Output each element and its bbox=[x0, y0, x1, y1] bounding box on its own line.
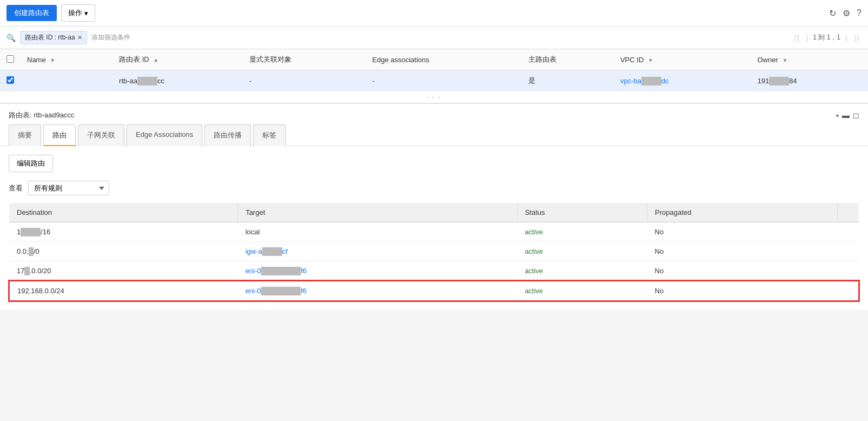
action-arrow-icon: ▾ bbox=[84, 9, 88, 17]
th-explicit-assoc-label: 显式关联对象 bbox=[249, 55, 291, 63]
tab-subnet-assoc[interactable]: 子网关联 bbox=[78, 124, 124, 146]
th-target: Target bbox=[238, 203, 517, 222]
route-extra bbox=[837, 281, 859, 301]
filter-row: 查看 所有规则 活动规则 传播规则 bbox=[9, 181, 859, 195]
row-route-id: rtb-aa████cc bbox=[112, 70, 243, 91]
route-status: active bbox=[517, 261, 647, 281]
routes-table: Destination Target Status Propagated 1██… bbox=[9, 203, 859, 301]
help-icon[interactable]: ? bbox=[857, 8, 862, 18]
route-extra bbox=[837, 242, 859, 261]
refresh-icon[interactable]: ↻ bbox=[829, 8, 836, 18]
target-link[interactable]: igw-a████cf bbox=[246, 247, 288, 255]
detail-header: 路由表: rtb-aad9accc ▪ ▬ ◻ bbox=[0, 104, 868, 120]
vpc-id-link[interactable]: vpc-ba████dc bbox=[620, 77, 669, 85]
action-button[interactable]: 操作 ▾ bbox=[61, 4, 95, 22]
pagination: ⟨⟨ ⟨ 1 到 1，1 ⟩ ⟩⟩ bbox=[792, 32, 862, 43]
route-id-sort-icon[interactable]: ▲ bbox=[153, 57, 158, 63]
th-main: 主路由表 bbox=[522, 49, 614, 70]
panel-icon-2[interactable]: ▬ bbox=[842, 111, 850, 120]
th-vpc-id: VPC ID ▼ bbox=[614, 49, 751, 70]
owner-sort-icon[interactable]: ▼ bbox=[782, 57, 787, 63]
detail-tabs: 摘要 路由 子网关联 Edge Associations 路由传播 标签 bbox=[0, 124, 868, 146]
tab-tags-label: 标签 bbox=[262, 131, 276, 139]
table-body: rtb-aa████cc - - 是 vpc-ba████dc 191████8… bbox=[0, 70, 868, 91]
filter-view-label: 查看 bbox=[9, 183, 23, 193]
routes-header-row: Destination Target Status Propagated bbox=[9, 203, 859, 222]
route-row: 0.0.█/0 igw-a████cf active No bbox=[9, 242, 859, 261]
th-name-label: Name bbox=[27, 56, 46, 64]
route-row-highlighted: 192.168.0.0/24 eni-0████████f6 active No bbox=[9, 281, 859, 301]
route-propagated: No bbox=[647, 281, 837, 301]
row-checkbox[interactable] bbox=[6, 76, 14, 84]
th-main-label: 主路由表 bbox=[528, 55, 556, 63]
tab-summary[interactable]: 摘要 bbox=[9, 124, 41, 146]
route-target: igw-a████cf bbox=[238, 242, 517, 261]
th-edge-assoc: Edge associations bbox=[366, 49, 522, 70]
search-icon: 🔍 bbox=[6, 34, 16, 42]
routes-content: 编辑路由 查看 所有规则 活动规则 传播规则 Destination Targe… bbox=[0, 146, 868, 310]
pagination-first-icon[interactable]: ⟨⟨ bbox=[792, 32, 801, 43]
search-bar: 🔍 路由表 ID : rtb-aa ✕ 添加筛选条件 ⟨⟨ ⟨ 1 到 1，1 … bbox=[0, 27, 868, 49]
route-destination: 192.168.0.0/24 bbox=[9, 281, 238, 301]
panel-icon-3[interactable]: ◻ bbox=[853, 111, 859, 120]
tab-edge-associations[interactable]: Edge Associations bbox=[127, 124, 202, 146]
detail-panel-controls: ▪ ▬ ◻ bbox=[836, 111, 859, 120]
row-edge-assoc: - bbox=[366, 70, 522, 91]
toolbar-right: ↻ ⚙ ? bbox=[829, 8, 862, 18]
route-target: local bbox=[238, 222, 517, 242]
target-link[interactable]: eni-0████████f6 bbox=[246, 267, 307, 275]
tab-propagation[interactable]: 路由传播 bbox=[204, 124, 251, 146]
edit-routes-button[interactable]: 编辑路由 bbox=[9, 155, 53, 172]
target-link[interactable]: eni-0████████f6 bbox=[246, 287, 307, 295]
toolbar-left: 创建路由表 操作 ▾ bbox=[6, 4, 95, 22]
th-vpc-id-label: VPC ID bbox=[620, 56, 644, 64]
tab-summary-label: 摘要 bbox=[18, 131, 32, 139]
name-sort-icon[interactable]: ▼ bbox=[50, 57, 55, 63]
pagination-last-icon[interactable]: ⟩⟩ bbox=[852, 32, 862, 43]
top-toolbar: 创建路由表 操作 ▾ ↻ ⚙ ? bbox=[0, 0, 868, 27]
add-filter-label[interactable]: 添加筛选条件 bbox=[91, 33, 130, 42]
pagination-text: 1 到 1，1 bbox=[813, 33, 840, 42]
pagination-next-icon[interactable]: ⟩ bbox=[843, 32, 850, 43]
th-destination: Destination bbox=[9, 203, 238, 222]
table-row[interactable]: rtb-aa████cc - - 是 vpc-ba████dc 191████8… bbox=[0, 70, 868, 91]
search-left: 🔍 路由表 ID : rtb-aa ✕ 添加筛选条件 bbox=[6, 31, 792, 44]
th-route-id-label: 路由表 ID bbox=[119, 55, 149, 63]
th-propagated: Propagated bbox=[647, 203, 837, 222]
status-badge: active bbox=[525, 287, 543, 295]
tab-routes[interactable]: 路由 bbox=[43, 124, 76, 146]
route-extra bbox=[837, 261, 859, 281]
filter-tag-close[interactable]: ✕ bbox=[77, 34, 82, 41]
select-all-header bbox=[0, 49, 21, 70]
th-route-id: 路由表 ID ▲ bbox=[112, 49, 243, 70]
route-status: active bbox=[517, 222, 647, 242]
pagination-prev-icon[interactable]: ⟨ bbox=[804, 32, 811, 43]
status-badge: active bbox=[525, 267, 543, 275]
filter-tag-label: 路由表 ID : rtb-aa bbox=[25, 33, 75, 42]
table-header-row: Name ▼ 路由表 ID ▲ 显式关联对象 Edge associations… bbox=[0, 49, 868, 70]
panel-icon-1[interactable]: ▪ bbox=[836, 111, 839, 120]
route-row: 1████/16 local active No bbox=[9, 222, 859, 242]
filter-select[interactable]: 所有规则 活动规则 传播规则 bbox=[28, 181, 109, 195]
detail-panel: 路由表: rtb-aad9accc ▪ ▬ ◻ 摘要 路由 子网关联 Edge … bbox=[0, 103, 868, 310]
th-status: Status bbox=[517, 203, 647, 222]
create-route-table-button[interactable]: 创建路由表 bbox=[6, 5, 57, 21]
row-main: 是 bbox=[522, 70, 614, 91]
filter-tag: 路由表 ID : rtb-aa ✕ bbox=[20, 31, 87, 44]
th-edge-assoc-label: Edge associations bbox=[372, 56, 429, 64]
tab-routes-label: 路由 bbox=[52, 131, 67, 139]
select-all-checkbox[interactable] bbox=[6, 55, 14, 63]
row-explicit-assoc: - bbox=[243, 70, 366, 91]
route-row: 17█.0.0/20 eni-0████████f6 active No bbox=[9, 261, 859, 281]
row-vpc-id: vpc-ba████dc bbox=[614, 70, 751, 91]
route-propagated: No bbox=[647, 242, 837, 261]
tab-tags[interactable]: 标签 bbox=[253, 124, 286, 146]
route-propagated: No bbox=[647, 261, 837, 281]
status-badge: active bbox=[525, 247, 543, 255]
detail-route-table-label: 路由表: rtb-aad9accc bbox=[9, 110, 74, 120]
settings-icon[interactable]: ⚙ bbox=[843, 8, 850, 18]
resize-divider[interactable]: • • • bbox=[0, 91, 868, 103]
row-checkbox-cell bbox=[0, 70, 21, 91]
route-target: eni-0████████f6 bbox=[238, 261, 517, 281]
vpc-id-sort-icon[interactable]: ▼ bbox=[648, 57, 653, 63]
